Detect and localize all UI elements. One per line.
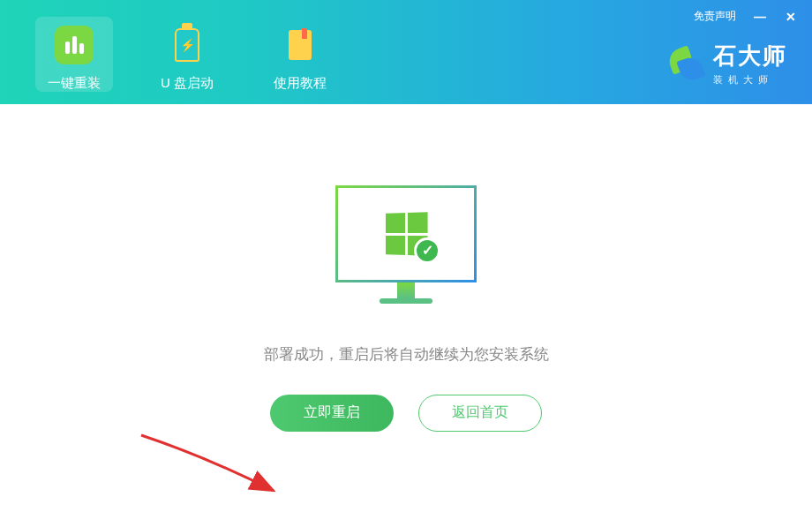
restart-now-button[interactable]: 立即重启: [270, 395, 394, 432]
disclaimer-link[interactable]: 免责声明: [694, 9, 736, 24]
minimize-button[interactable]: —: [752, 10, 768, 24]
annotation-arrow-icon: [137, 431, 296, 510]
tab-usb-boot[interactable]: ⚡ U 盘启动: [148, 17, 226, 92]
monitor-success-icon: ✓: [335, 185, 477, 318]
brand: 石大师 装机大师: [667, 41, 787, 87]
bars-icon: [55, 26, 94, 64]
brand-title: 石大师: [713, 41, 787, 72]
action-buttons: 立即重启 返回首页: [270, 395, 542, 432]
tab-one-click-reinstall[interactable]: 一键重装: [35, 17, 113, 92]
tab-label: U 盘启动: [161, 75, 214, 92]
check-circle-icon: ✓: [414, 237, 440, 264]
main-content: ✓ 部署成功，重启后将自动继续为您安装系统 立即重启 返回首页: [0, 104, 812, 512]
brand-subtitle: 装机大师: [713, 73, 787, 87]
usb-icon: ⚡: [168, 26, 207, 64]
tab-tutorial[interactable]: 使用教程: [261, 17, 339, 92]
window-controls: 免责声明 — ✕: [694, 9, 798, 24]
close-button[interactable]: ✕: [784, 10, 798, 24]
nav-tabs: 一键重装 ⚡ U 盘启动 使用教程: [18, 0, 339, 104]
status-message: 部署成功，重启后将自动继续为您安装系统: [264, 344, 549, 365]
brand-logo-icon: [667, 45, 704, 82]
book-icon: [281, 26, 320, 64]
tab-label: 一键重装: [48, 75, 101, 92]
app-header: 一键重装 ⚡ U 盘启动 使用教程 免责声明 — ✕ 石大师 装机大师: [0, 0, 812, 104]
back-home-button[interactable]: 返回首页: [418, 395, 542, 432]
tab-label: 使用教程: [274, 75, 327, 92]
